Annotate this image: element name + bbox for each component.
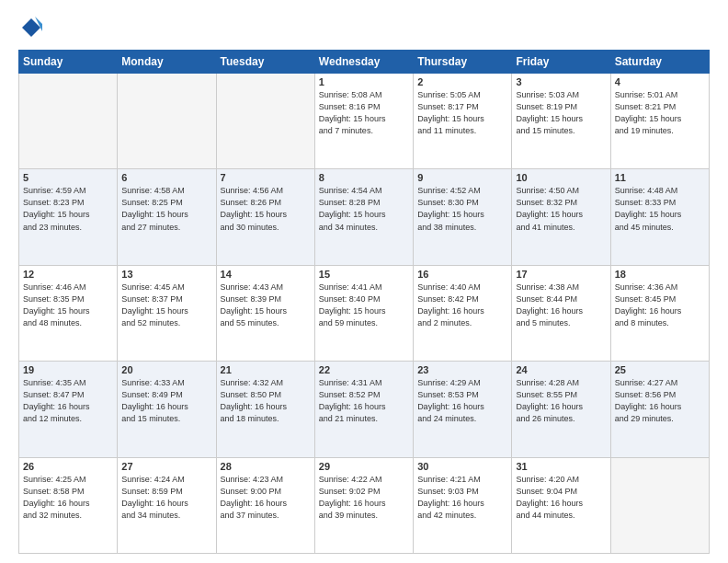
day-number: 23 (417, 364, 507, 375)
day-info: Sunrise: 4:23 AM Sunset: 9:00 PM Dayligh… (221, 474, 311, 522)
day-number: 27 (121, 461, 211, 472)
calendar-table: SundayMondayTuesdayWednesdayThursdayFrid… (18, 50, 710, 554)
calendar-cell: 15Sunrise: 4:41 AM Sunset: 8:40 PM Dayli… (314, 265, 413, 361)
day-number: 13 (121, 269, 211, 280)
day-info: Sunrise: 4:59 AM Sunset: 8:23 PM Dayligh… (23, 185, 113, 233)
day-number: 29 (319, 461, 409, 472)
day-info: Sunrise: 4:58 AM Sunset: 8:25 PM Dayligh… (121, 185, 211, 233)
day-info: Sunrise: 4:28 AM Sunset: 8:55 PM Dayligh… (516, 377, 606, 425)
calendar-cell: 12Sunrise: 4:46 AM Sunset: 8:35 PM Dayli… (19, 265, 118, 361)
day-number: 17 (516, 269, 606, 280)
week-row-1: 1Sunrise: 5:08 AM Sunset: 8:16 PM Daylig… (19, 74, 710, 169)
day-info: Sunrise: 4:35 AM Sunset: 8:47 PM Dayligh… (23, 377, 113, 425)
day-number: 15 (319, 269, 409, 280)
weekday-header-row: SundayMondayTuesdayWednesdayThursdayFrid… (19, 51, 710, 74)
day-info: Sunrise: 5:08 AM Sunset: 8:16 PM Dayligh… (319, 89, 409, 137)
day-number: 12 (23, 269, 113, 280)
calendar-cell (610, 457, 709, 553)
day-number: 31 (516, 461, 606, 472)
day-number: 1 (319, 76, 409, 87)
calendar-cell: 26Sunrise: 4:25 AM Sunset: 8:58 PM Dayli… (19, 457, 118, 553)
day-number: 25 (615, 364, 705, 375)
calendar-cell: 3Sunrise: 5:03 AM Sunset: 8:19 PM Daylig… (512, 74, 610, 169)
day-number: 8 (319, 172, 409, 183)
day-info: Sunrise: 4:31 AM Sunset: 8:52 PM Dayligh… (319, 377, 409, 425)
day-info: Sunrise: 4:56 AM Sunset: 8:26 PM Dayligh… (221, 185, 311, 233)
calendar-cell: 29Sunrise: 4:22 AM Sunset: 9:02 PM Dayli… (314, 457, 413, 553)
day-info: Sunrise: 4:48 AM Sunset: 8:33 PM Dayligh… (615, 185, 705, 233)
day-number: 18 (615, 269, 705, 280)
calendar-cell: 24Sunrise: 4:28 AM Sunset: 8:55 PM Dayli… (512, 362, 610, 457)
week-row-5: 26Sunrise: 4:25 AM Sunset: 8:58 PM Dayli… (19, 457, 710, 553)
day-info: Sunrise: 4:20 AM Sunset: 9:04 PM Dayligh… (516, 474, 606, 522)
weekday-header-sunday: Sunday (19, 51, 118, 74)
day-info: Sunrise: 4:43 AM Sunset: 8:39 PM Dayligh… (221, 282, 311, 329)
weekday-header-saturday: Saturday (610, 51, 709, 74)
day-number: 11 (615, 172, 705, 183)
calendar-cell: 1Sunrise: 5:08 AM Sunset: 8:16 PM Daylig… (314, 74, 413, 169)
calendar-cell: 18Sunrise: 4:36 AM Sunset: 8:45 PM Dayli… (610, 265, 709, 361)
day-info: Sunrise: 4:41 AM Sunset: 8:40 PM Dayligh… (319, 282, 409, 329)
calendar-cell: 10Sunrise: 4:50 AM Sunset: 8:32 PM Dayli… (512, 169, 610, 265)
day-number: 5 (23, 172, 113, 183)
day-info: Sunrise: 5:01 AM Sunset: 8:21 PM Dayligh… (615, 89, 705, 137)
calendar-cell: 28Sunrise: 4:23 AM Sunset: 9:00 PM Dayli… (216, 457, 314, 553)
calendar-cell: 21Sunrise: 4:32 AM Sunset: 8:50 PM Dayli… (216, 362, 314, 457)
day-info: Sunrise: 4:45 AM Sunset: 8:37 PM Dayligh… (121, 282, 211, 329)
day-number: 26 (23, 461, 113, 472)
calendar-cell: 8Sunrise: 4:54 AM Sunset: 8:28 PM Daylig… (314, 169, 413, 265)
logo (18, 15, 50, 40)
day-info: Sunrise: 5:03 AM Sunset: 8:19 PM Dayligh… (516, 89, 606, 137)
day-number: 14 (221, 269, 311, 280)
day-info: Sunrise: 4:21 AM Sunset: 9:03 PM Dayligh… (417, 474, 507, 522)
day-number: 7 (221, 172, 311, 183)
calendar-cell: 6Sunrise: 4:58 AM Sunset: 8:25 PM Daylig… (118, 169, 216, 265)
calendar-cell: 20Sunrise: 4:33 AM Sunset: 8:49 PM Dayli… (118, 362, 216, 457)
week-row-3: 12Sunrise: 4:46 AM Sunset: 8:35 PM Dayli… (19, 265, 710, 361)
calendar-cell: 30Sunrise: 4:21 AM Sunset: 9:03 PM Dayli… (414, 457, 512, 553)
calendar-cell: 17Sunrise: 4:38 AM Sunset: 8:44 PM Dayli… (512, 265, 610, 361)
calendar-cell (216, 74, 314, 169)
calendar-cell: 14Sunrise: 4:43 AM Sunset: 8:39 PM Dayli… (216, 265, 314, 361)
day-info: Sunrise: 4:52 AM Sunset: 8:30 PM Dayligh… (417, 185, 507, 233)
day-info: Sunrise: 4:32 AM Sunset: 8:50 PM Dayligh… (221, 377, 311, 425)
weekday-header-monday: Monday (118, 51, 216, 74)
weekday-header-tuesday: Tuesday (216, 51, 314, 74)
day-info: Sunrise: 4:29 AM Sunset: 8:53 PM Dayligh… (417, 377, 507, 425)
calendar-cell: 11Sunrise: 4:48 AM Sunset: 8:33 PM Dayli… (610, 169, 709, 265)
calendar-cell: 9Sunrise: 4:52 AM Sunset: 8:30 PM Daylig… (414, 169, 512, 265)
day-info: Sunrise: 4:24 AM Sunset: 8:59 PM Dayligh… (121, 474, 211, 522)
weekday-header-friday: Friday (512, 51, 610, 74)
calendar-cell (19, 74, 118, 169)
day-info: Sunrise: 4:22 AM Sunset: 9:02 PM Dayligh… (319, 474, 409, 522)
day-number: 19 (23, 364, 113, 375)
calendar-cell: 4Sunrise: 5:01 AM Sunset: 8:21 PM Daylig… (610, 74, 709, 169)
day-info: Sunrise: 4:25 AM Sunset: 8:58 PM Dayligh… (23, 474, 113, 522)
day-info: Sunrise: 5:05 AM Sunset: 8:17 PM Dayligh… (417, 89, 507, 137)
calendar-cell: 5Sunrise: 4:59 AM Sunset: 8:23 PM Daylig… (19, 169, 118, 265)
header (18, 15, 710, 40)
calendar-cell (118, 74, 216, 169)
calendar-cell: 16Sunrise: 4:40 AM Sunset: 8:42 PM Dayli… (414, 265, 512, 361)
calendar-cell: 31Sunrise: 4:20 AM Sunset: 9:04 PM Dayli… (512, 457, 610, 553)
day-number: 21 (221, 364, 311, 375)
calendar-cell: 2Sunrise: 5:05 AM Sunset: 8:17 PM Daylig… (414, 74, 512, 169)
calendar-cell: 27Sunrise: 4:24 AM Sunset: 8:59 PM Dayli… (118, 457, 216, 553)
day-number: 30 (417, 461, 507, 472)
page: SundayMondayTuesdayWednesdayThursdayFrid… (0, 0, 728, 563)
logo-icon (18, 15, 44, 40)
day-number: 9 (417, 172, 507, 183)
day-number: 24 (516, 364, 606, 375)
day-info: Sunrise: 4:36 AM Sunset: 8:45 PM Dayligh… (615, 282, 705, 329)
day-number: 20 (121, 364, 211, 375)
day-info: Sunrise: 4:27 AM Sunset: 8:56 PM Dayligh… (615, 377, 705, 425)
day-info: Sunrise: 4:46 AM Sunset: 8:35 PM Dayligh… (23, 282, 113, 329)
calendar-cell: 13Sunrise: 4:45 AM Sunset: 8:37 PM Dayli… (118, 265, 216, 361)
weekday-header-thursday: Thursday (414, 51, 512, 74)
calendar-cell: 7Sunrise: 4:56 AM Sunset: 8:26 PM Daylig… (216, 169, 314, 265)
day-info: Sunrise: 4:54 AM Sunset: 8:28 PM Dayligh… (319, 185, 409, 233)
day-number: 2 (417, 76, 507, 87)
day-number: 10 (516, 172, 606, 183)
day-number: 22 (319, 364, 409, 375)
day-number: 6 (121, 172, 211, 183)
